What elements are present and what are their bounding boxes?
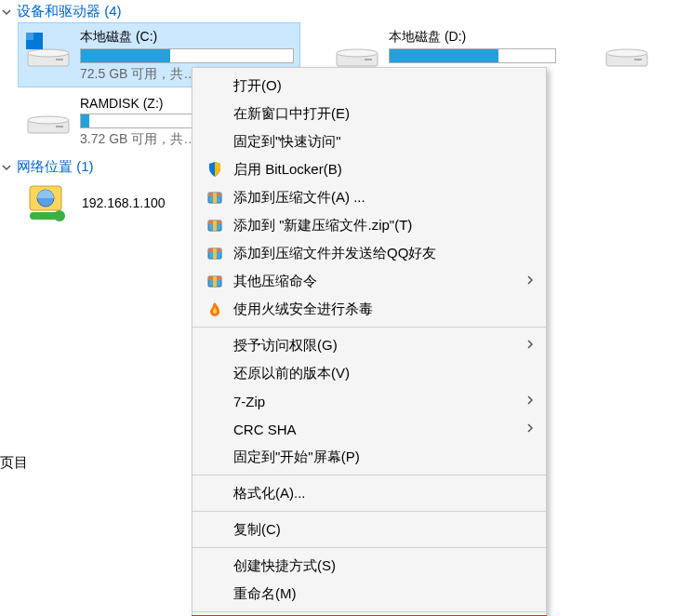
menu-item-label: 固定到"快速访问" <box>233 133 535 151</box>
menu-item[interactable]: 格式化(A)... <box>192 479 546 507</box>
menu-item-label: 授予访问权限(G) <box>233 337 525 355</box>
chevron-right-icon <box>525 339 535 352</box>
svg-point-17 <box>54 210 65 221</box>
drive-name: 本地磁盘 (C:) <box>80 29 294 46</box>
archive-icon <box>206 244 224 262</box>
drive-icon <box>333 27 381 72</box>
menu-icon-spacer <box>206 448 224 466</box>
shield-icon <box>206 160 224 179</box>
menu-icon-spacer <box>206 336 224 355</box>
svg-rect-23 <box>213 221 217 231</box>
svg-rect-20 <box>213 193 217 203</box>
menu-item[interactable]: 复制(C) <box>192 516 546 543</box>
network-item-label: 192.168.1.100 <box>82 195 166 210</box>
menu-separator <box>192 611 546 612</box>
menu-item[interactable]: CRC SHA <box>192 415 546 443</box>
svg-rect-13 <box>56 126 63 127</box>
archive-icon <box>206 216 224 234</box>
menu-item[interactable]: 使用火绒安全进行杀毒 <box>192 295 546 323</box>
menu-icon-spacer <box>206 584 224 603</box>
menu-icon-spacer <box>206 364 224 382</box>
chevron-down-icon <box>0 161 13 174</box>
menu-item-label: 创建快捷方式(S) <box>233 557 535 575</box>
menu-separator <box>192 475 546 475</box>
menu-item[interactable]: 固定到"开始"屏幕(P) <box>192 443 546 471</box>
menu-item[interactable]: 添加到压缩文件并发送给QQ好友 <box>192 239 546 267</box>
menu-item-label: 固定到"开始"屏幕(P) <box>233 449 535 466</box>
menu-item-label: 添加到 "新建压缩文件.zip"(T) <box>233 217 535 234</box>
menu-item[interactable]: 授予访问权限(G) <box>192 331 546 359</box>
menu-separator <box>192 327 546 328</box>
menu-item-label: 复制(C) <box>233 521 535 539</box>
menu-icon-spacer <box>206 484 224 502</box>
side-label: 页目 <box>0 454 28 472</box>
drive-icon <box>24 27 73 72</box>
chevron-right-icon <box>525 395 535 408</box>
drive-item-partial[interactable] <box>597 23 657 87</box>
svg-point-9 <box>606 49 647 57</box>
menu-icon-spacer <box>206 556 224 575</box>
menu-separator <box>192 511 546 512</box>
menu-separator <box>192 547 546 548</box>
menu-item[interactable]: 在新窗口中打开(E) <box>192 100 546 127</box>
menu-item-label: 添加到压缩文件(A) ... <box>233 189 535 207</box>
menu-icon-spacer <box>206 76 224 95</box>
menu-icon-spacer <box>206 420 224 438</box>
menu-item[interactable]: 7-Zip <box>192 387 546 415</box>
menu-item[interactable]: 添加到压缩文件(A) ... <box>192 183 546 211</box>
drive-icon <box>24 94 73 139</box>
svg-rect-10 <box>634 59 642 60</box>
menu-item-label: 还原以前的版本(V) <box>233 365 535 382</box>
menu-item[interactable]: 其他压缩命令 <box>192 267 546 295</box>
chevron-down-icon <box>0 6 13 19</box>
svg-rect-29 <box>213 276 217 287</box>
menu-icon-spacer <box>206 132 224 151</box>
menu-icon-spacer <box>206 392 224 410</box>
chevron-right-icon <box>525 275 535 288</box>
menu-item[interactable]: 重命名(M) <box>192 580 546 608</box>
menu-item-label: 格式化(A)... <box>233 485 535 502</box>
menu-icon-spacer <box>206 104 224 123</box>
svg-point-1 <box>28 49 69 57</box>
chevron-right-icon <box>525 422 535 435</box>
section-devices-header[interactable]: 设备和驱动器 (4) <box>0 0 677 23</box>
menu-item-label: 打开(O) <box>233 77 535 95</box>
menu-item-label: 在新窗口中打开(E) <box>233 105 535 123</box>
archive-icon <box>206 272 224 290</box>
section-devices-label: 设备和驱动器 (4) <box>17 3 122 20</box>
svg-rect-26 <box>213 248 217 259</box>
flame-icon <box>206 300 224 318</box>
menu-item-label: 7-Zip <box>233 394 525 409</box>
drive-name: 本地磁盘 (D:) <box>389 29 564 46</box>
network-share-icon <box>24 182 73 223</box>
drive-usage-bar <box>389 48 556 63</box>
context-menu: 打开(O)在新窗口中打开(E)固定到"快速访问"启用 BitLocker(B)添… <box>192 67 547 616</box>
section-network-label: 网络位置 (1) <box>17 158 94 176</box>
menu-item[interactable]: 创建快捷方式(S) <box>192 552 546 580</box>
menu-item-label: 重命名(M) <box>233 585 535 603</box>
menu-icon-spacer <box>206 520 224 539</box>
svg-point-6 <box>337 49 378 57</box>
drive-usage-bar <box>80 48 294 63</box>
svg-rect-4 <box>26 33 33 40</box>
archive-icon <box>206 188 224 207</box>
menu-item[interactable]: 固定到"快速访问" <box>192 127 546 155</box>
menu-item-label: 添加到压缩文件并发送给QQ好友 <box>233 245 535 262</box>
menu-item[interactable]: 启用 BitLocker(B) <box>192 155 546 183</box>
svg-rect-2 <box>56 59 63 60</box>
menu-item-label: 使用火绒安全进行杀毒 <box>233 301 535 318</box>
menu-item-label: CRC SHA <box>233 422 525 437</box>
menu-item-label: 启用 BitLocker(B) <box>233 161 535 179</box>
menu-item-label: 其他压缩命令 <box>233 273 525 290</box>
menu-item[interactable]: 添加到 "新建压缩文件.zip"(T) <box>192 211 546 239</box>
svg-rect-7 <box>365 59 372 60</box>
drive-icon <box>603 27 651 72</box>
menu-item[interactable]: 还原以前的版本(V) <box>192 359 546 387</box>
menu-item[interactable]: 打开(O) <box>192 72 546 100</box>
svg-point-12 <box>28 116 69 124</box>
